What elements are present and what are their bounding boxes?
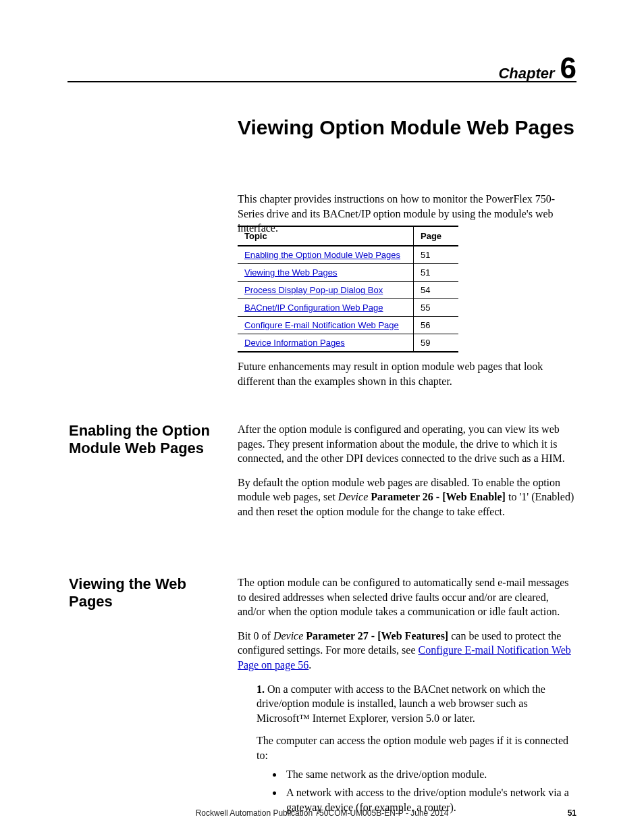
step-list: 1. On a computer with access to the BACn…: [238, 682, 575, 815]
page: Chapter 6 Viewing Option Module Web Page…: [0, 0, 644, 834]
section-heading: Enabling the Option Module Web Pages: [69, 422, 230, 457]
toc-page: 55: [414, 299, 459, 317]
toc-table: Topic Page Enabling the Option Module We…: [238, 226, 458, 353]
toc-link[interactable]: Process Display Pop-up Dialog Box: [244, 285, 383, 295]
section-body: After the option module is configured an…: [238, 422, 575, 529]
step-subtext: The computer can access the option modul…: [257, 733, 575, 762]
step-text: On a computer with access to the BACnet …: [257, 683, 545, 724]
bold-text: Parameter 27 - [Web Features]: [303, 630, 448, 642]
step-item: 1. On a computer with access to the BACn…: [257, 682, 575, 726]
paragraph: Bit 0 of Device Parameter 27 - [Web Feat…: [238, 629, 575, 673]
toc-page: 51: [414, 264, 459, 282]
bullet-list: The same network as the drive/option mod…: [257, 767, 575, 815]
toc-page: 51: [414, 246, 459, 264]
toc-link[interactable]: Viewing the Web Pages: [244, 267, 338, 278]
page-title: Viewing Option Module Web Pages: [238, 116, 574, 139]
step-number: 1.: [257, 683, 265, 695]
toc-header-page: Page: [414, 226, 459, 246]
section-body: The option module can be configured to a…: [238, 575, 575, 818]
chapter-number: 6: [560, 51, 576, 85]
toc-header-row: Topic Page: [238, 226, 458, 246]
toc-page: 56: [414, 317, 459, 334]
toc-page: 54: [414, 282, 459, 299]
italic-text: Device: [338, 491, 368, 502]
toc-row: Device Information Pages 59: [238, 334, 458, 353]
chapter-header: Chapter 6: [498, 51, 576, 85]
toc-page: 59: [414, 334, 459, 353]
toc-link[interactable]: Configure E-mail Notification Web Page: [244, 320, 399, 330]
toc-link[interactable]: Device Information Pages: [244, 338, 345, 348]
toc-row: BACnet/IP Configuration Web Page 55: [238, 299, 458, 317]
chapter-label: Chapter: [498, 65, 554, 82]
paragraph: The option module can be configured to a…: [238, 575, 575, 619]
section-viewing: Viewing the Web Pages The option module …: [69, 575, 576, 610]
below-table-text: Future enhancements may result in option…: [238, 359, 575, 388]
divider: [68, 81, 576, 82]
footer-page-number: 51: [568, 808, 576, 818]
toc-row: Process Display Pop-up Dialog Box 54: [238, 282, 458, 299]
toc-row: Viewing the Web Pages 51: [238, 264, 458, 282]
toc-row: Configure E-mail Notification Web Page 5…: [238, 317, 458, 334]
bold-text: Parameter 26 - [Web Enable]: [368, 491, 506, 502]
section-heading: Viewing the Web Pages: [69, 575, 230, 610]
toc-row: Enabling the Option Module Web Pages 51: [238, 246, 458, 264]
paragraph: By default the option module web pages a…: [238, 475, 575, 519]
text: Bit 0 of: [238, 630, 273, 642]
toc-link[interactable]: Enabling the Option Module Web Pages: [244, 250, 400, 260]
paragraph: After the option module is configured an…: [238, 422, 575, 466]
toc-link[interactable]: BACnet/IP Configuration Web Page: [244, 303, 383, 313]
text: .: [308, 659, 311, 671]
section-enabling: Enabling the Option Module Web Pages Aft…: [69, 422, 576, 457]
footer-publication: Rockwell Automation Publication 750COM-U…: [0, 808, 644, 818]
toc-header-topic: Topic: [238, 226, 414, 246]
italic-text: Device: [273, 630, 303, 642]
bullet-item: The same network as the drive/option mod…: [284, 767, 575, 782]
